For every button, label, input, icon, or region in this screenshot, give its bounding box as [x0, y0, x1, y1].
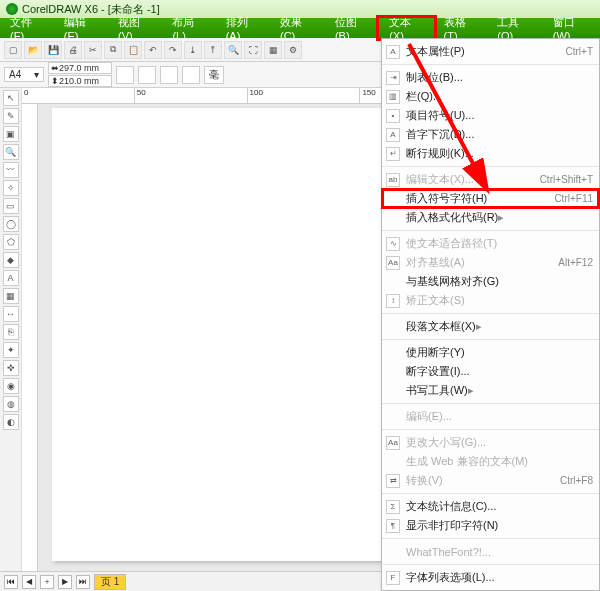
menu-window[interactable]: 窗口(W)	[543, 18, 600, 38]
options-icon[interactable]: ⚙	[284, 41, 302, 59]
dimension-tool-icon[interactable]: ↔	[3, 306, 19, 322]
shape-tool-icon[interactable]: ✎	[3, 108, 19, 124]
bullets-icon: •	[386, 109, 400, 123]
menuitem-label: 字体列表选项(L)...	[406, 570, 495, 585]
export-icon[interactable]: ⤒	[204, 41, 222, 59]
shortcut: Ctrl+F11	[554, 193, 593, 204]
portrait-button[interactable]	[116, 66, 134, 84]
ruler-tick: 50	[135, 88, 248, 103]
effects-tool-icon[interactable]: ✦	[3, 342, 19, 358]
menu-file[interactable]: 文件(F)	[0, 18, 54, 38]
ellipse-tool-icon[interactable]: ◯	[3, 216, 19, 232]
paper-size-select[interactable]: A4▾	[4, 67, 44, 82]
text-tool-icon[interactable]: A	[3, 270, 19, 286]
menu-arrange[interactable]: 排列(A)	[216, 18, 270, 38]
menuitem-label: 转换(V)	[406, 473, 443, 488]
undo-icon[interactable]: ↶	[144, 41, 162, 59]
next-page-button[interactable]: ▶	[58, 575, 72, 589]
page-height-input[interactable]: ⬍ 210.0 mm	[48, 75, 112, 87]
prev-page-button[interactable]: ◀	[22, 575, 36, 589]
first-page-button[interactable]: ⏮	[4, 575, 18, 589]
add-page-button[interactable]: ＋	[40, 575, 54, 589]
menu-text[interactable]: 文本(X)	[379, 18, 433, 38]
shortcut: Ctrl+Shift+T	[540, 174, 593, 185]
menu-edit[interactable]: 编辑(E)	[54, 18, 108, 38]
menuitem-insert-format-code[interactable]: 插入格式化代码(R)	[382, 208, 599, 227]
menu-view[interactable]: 视图(V)	[108, 18, 162, 38]
menuitem-change-case: Aa更改大小写(G)...	[382, 433, 599, 452]
menuitem-align-grid[interactable]: 与基线网格对齐(G)	[382, 272, 599, 291]
paste-icon[interactable]: 📋	[124, 41, 142, 59]
cut-icon[interactable]: ✂	[84, 41, 102, 59]
menuitem-use-hyphenation[interactable]: 使用断字(Y)	[382, 343, 599, 362]
menuitem-paragraph-frame[interactable]: 段落文本框(X)	[382, 317, 599, 336]
menuitem-text-stats[interactable]: Σ文本统计信息(C)...	[382, 497, 599, 516]
page-dimensions: ⬌ 297.0 mm ⬍ 210.0 mm	[48, 62, 112, 87]
page-width-input[interactable]: ⬌ 297.0 mm	[48, 62, 112, 74]
freehand-tool-icon[interactable]: 〰	[3, 162, 19, 178]
open-icon[interactable]: 📂	[24, 41, 42, 59]
menuitem-writing-tools[interactable]: 书写工具(W)	[382, 381, 599, 400]
unit-select[interactable]: 毫	[204, 66, 224, 84]
menuitem-label: 编辑文本(X)...	[406, 172, 474, 187]
menu-tools[interactable]: 工具(Q)	[487, 18, 542, 38]
menuitem-tabs[interactable]: ⇥制表位(B)...	[382, 68, 599, 87]
outline-tool-icon[interactable]: ◉	[3, 378, 19, 394]
menu-effects[interactable]: 效果(C)	[270, 18, 325, 38]
landscape-button[interactable]	[138, 66, 156, 84]
all-pages-button[interactable]	[160, 66, 178, 84]
menuitem-insert-symbol[interactable]: 插入符号字符(H)Ctrl+F11	[382, 189, 599, 208]
copy-icon[interactable]: ⧉	[104, 41, 122, 59]
menuitem-label: 使文本适合路径(T)	[406, 236, 497, 251]
menuitem-label: 矫正文本(S)	[406, 293, 465, 308]
menuitem-align-baseline: Aa对齐基线(A)Alt+F12	[382, 253, 599, 272]
menuitem-break-rules[interactable]: ↵断行规则(K)...	[382, 144, 599, 163]
redo-icon[interactable]: ↷	[164, 41, 182, 59]
connector-tool-icon[interactable]: ⎘	[3, 324, 19, 340]
menuitem-hyphenation-settings[interactable]: 断字设置(I)...	[382, 362, 599, 381]
table-tool-icon[interactable]: ▦	[3, 288, 19, 304]
eyedropper-tool-icon[interactable]: ✜	[3, 360, 19, 376]
menuitem-label: 首字下沉(D)...	[406, 127, 474, 142]
interactive-fill-tool-icon[interactable]: ◐	[3, 414, 19, 430]
app-logo-icon	[6, 3, 18, 15]
polygon-tool-icon[interactable]: ⬠	[3, 234, 19, 250]
rectangle-tool-icon[interactable]: ▭	[3, 198, 19, 214]
import-icon[interactable]: ⤓	[184, 41, 202, 59]
menuitem-font-list-options[interactable]: F字体列表选项(L)...	[382, 568, 599, 587]
zoom-tool-icon[interactable]: 🔍	[3, 144, 19, 160]
submenu-arrow-icon	[468, 384, 474, 397]
fill-tool-icon[interactable]: ◍	[3, 396, 19, 412]
menuitem-label: 书写工具(W)	[406, 383, 468, 398]
menu-layout[interactable]: 布局(L)	[162, 18, 215, 38]
basic-shape-tool-icon[interactable]: ◆	[3, 252, 19, 268]
menuitem-label: 编码(E)...	[406, 409, 452, 424]
menuitem-bullets[interactable]: •项目符号(U)...	[382, 106, 599, 125]
smart-tool-icon[interactable]: ✧	[3, 180, 19, 196]
menuitem-text-properties[interactable]: A 文本属性(P) Ctrl+T	[382, 42, 599, 61]
case-icon: Aa	[386, 436, 400, 450]
menuitem-convert: ⇄转换(V)Ctrl+F8	[382, 471, 599, 490]
save-icon[interactable]: 💾	[44, 41, 62, 59]
snap-icon[interactable]: ▦	[264, 41, 282, 59]
menuitem-columns[interactable]: ▥栏(Q)...	[382, 87, 599, 106]
menu-bitmap[interactable]: 位图(B)	[325, 18, 379, 38]
pick-tool-icon[interactable]: ↖	[3, 90, 19, 106]
page-tab[interactable]: 页 1	[94, 574, 126, 590]
fullscreen-icon[interactable]: ⛶	[244, 41, 262, 59]
new-icon[interactable]: ▢	[4, 41, 22, 59]
print-icon[interactable]: 🖨	[64, 41, 82, 59]
menu-table[interactable]: 表格(T)	[434, 18, 488, 38]
submenu-arrow-icon	[498, 211, 504, 224]
menuitem-fit-path: ∿使文本适合路径(T)	[382, 234, 599, 253]
zoom-icon[interactable]: 🔍	[224, 41, 242, 59]
stats-icon: Σ	[386, 500, 400, 514]
menuitem-show-nonprinting[interactable]: ¶显示非打印字符(N)	[382, 516, 599, 535]
shortcut: Ctrl+T	[566, 46, 594, 57]
last-page-button[interactable]: ⏭	[76, 575, 90, 589]
menuitem-label: 段落文本框(X)	[406, 319, 476, 334]
current-page-button[interactable]	[182, 66, 200, 84]
crop-tool-icon[interactable]: ▣	[3, 126, 19, 142]
menuitem-label: 断字设置(I)...	[406, 364, 470, 379]
menuitem-dropcap[interactable]: A首字下沉(D)...	[382, 125, 599, 144]
